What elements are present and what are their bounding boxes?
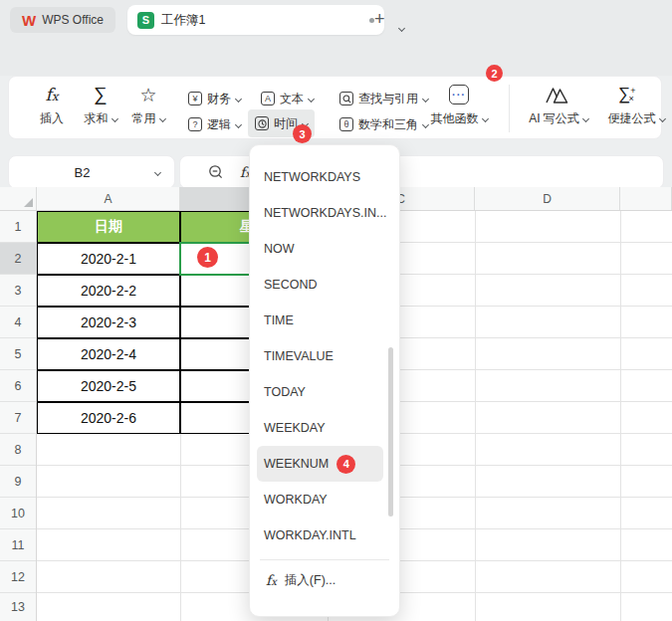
row-headers: 1 2 3 4 5 6 7 8 9 10 11 12 13: [0, 211, 37, 621]
finance-functions-button[interactable]: ¥ 财务: [188, 87, 241, 110]
lookup-reference-label: 查找与引用: [358, 91, 418, 107]
insert-function-label: 插入: [40, 110, 64, 127]
other-functions-label: 其他函数: [431, 110, 479, 127]
ai-formula-label: AI 写公式: [529, 110, 579, 127]
spreadsheet-file-icon: S: [137, 12, 154, 29]
common-functions-icon: ☆: [126, 84, 170, 105]
row-header-13[interactable]: 13: [0, 593, 36, 621]
app-name-label: WPS Office: [42, 13, 104, 27]
row-header-11[interactable]: 11: [0, 529, 36, 561]
logic-functions-button[interactable]: ? 逻辑: [188, 112, 241, 136]
wps-office-menu-button[interactable]: W WPS Office: [10, 7, 115, 33]
cell-a3[interactable]: 2020-2-2: [37, 275, 180, 307]
common-functions-label: 常用: [132, 110, 156, 127]
common-functions-button[interactable]: 常用: [122, 110, 174, 126]
name-box[interactable]: B2: [8, 155, 175, 189]
menu-item-networkdays-intl[interactable]: NETWORKDAYS.IN...: [250, 195, 399, 231]
row-header-6[interactable]: 6: [0, 370, 36, 402]
divider: [509, 85, 510, 132]
sum-icon: ∑: [79, 84, 122, 105]
menu-item-timevalue[interactable]: TIMEVALUE: [250, 338, 399, 374]
menu-item-today[interactable]: TODAY: [250, 374, 399, 410]
row-header-10[interactable]: 10: [0, 498, 36, 529]
cell-a1[interactable]: 日期: [37, 211, 180, 243]
column-header-d[interactable]: D: [475, 187, 620, 210]
theta-icon: θ: [339, 117, 353, 131]
cell-a2[interactable]: 2020-2-1: [37, 243, 180, 275]
ai-formula-button[interactable]: AI 写公式: [521, 110, 596, 126]
wps-spreadsheet-window: W WPS Office S 工作簿1 + 文件: [0, 0, 672, 621]
menu-item-time[interactable]: TIME: [250, 303, 399, 338]
menu-item-networkdays[interactable]: NETWORKDAYS: [250, 159, 399, 195]
insert-function-icon: fx: [33, 84, 71, 105]
cell-a6[interactable]: 2020-2-5: [37, 370, 180, 402]
finance-label: 财务: [207, 91, 231, 107]
name-box-chevron-icon[interactable]: [154, 168, 161, 175]
lookup-reference-button[interactable]: 查找与引用: [339, 87, 428, 110]
logic-icon: ?: [188, 117, 202, 131]
menu-item-second[interactable]: SECOND: [250, 267, 399, 303]
insert-function-button[interactable]: 插入: [33, 110, 71, 126]
step-badge-1: 1: [197, 247, 218, 268]
other-functions-icon: ···: [449, 85, 469, 104]
step-badge-2: 2: [486, 65, 503, 82]
quick-formula-button[interactable]: 便捷公式: [598, 110, 672, 126]
fx-icon: fx: [266, 572, 277, 588]
menu-item-weekday[interactable]: WEEKDAY: [250, 410, 399, 446]
finance-icon: ¥: [188, 92, 202, 105]
row-header-9[interactable]: 9: [0, 466, 36, 498]
menu-item-weeknum[interactable]: WEEKNUM 4: [257, 446, 383, 482]
weeknum-label: WEEKNUM: [264, 457, 329, 471]
text-functions-button[interactable]: A 文本: [261, 87, 314, 110]
document-title: 工作簿1: [161, 12, 362, 29]
quick-formula-icon: ∑+×: [618, 85, 634, 104]
math-trig-label: 数学和三角: [358, 116, 418, 133]
column-header-e[interactable]: [620, 187, 672, 210]
select-all-corner[interactable]: [0, 187, 37, 210]
row-header-7[interactable]: 7: [0, 402, 36, 434]
time-functions-dropdown: NETWORKDAYS NETWORKDAYS.IN... NOW SECOND…: [249, 144, 400, 617]
menu-bar: 文件: [0, 40, 672, 76]
wps-logo-icon: W: [22, 13, 36, 28]
row-header-4[interactable]: 4: [0, 307, 36, 338]
zoom-out-icon[interactable]: [208, 164, 224, 180]
row-header-8[interactable]: 8: [0, 434, 36, 466]
sum-button[interactable]: 求和: [75, 110, 126, 126]
text-label: 文本: [280, 91, 304, 107]
row-header-3[interactable]: 3: [0, 275, 36, 307]
cell-a4[interactable]: 2020-2-3: [37, 307, 180, 338]
tab-list-chevron-icon[interactable]: [399, 17, 404, 35]
other-functions-button[interactable]: 其他函数: [421, 110, 497, 126]
ribbon-toolbar: fx 插入 ∑ 求和 ☆ 常用 ¥ 财务 ? 逻辑 A 文本: [8, 76, 662, 139]
logic-label: 逻辑: [207, 116, 231, 133]
row-header-5[interactable]: 5: [0, 338, 36, 370]
row-header-12[interactable]: 12: [0, 561, 36, 593]
menu-item-workday-intl[interactable]: WORKDAY.INTL: [250, 518, 399, 553]
insert-function-menu-label: 插入(F)...: [285, 572, 336, 589]
menu-item-insert-function[interactable]: fx 插入(F)...: [250, 560, 399, 600]
cell-a7[interactable]: 2020-2-6: [37, 402, 180, 434]
row-header-2[interactable]: 2: [0, 243, 36, 275]
step-badge-4: 4: [336, 455, 355, 474]
math-trig-button[interactable]: θ 数学和三角: [339, 112, 428, 136]
column-header-a[interactable]: A: [37, 187, 180, 210]
step-badge-3: 3: [293, 124, 312, 143]
gridline: [475, 211, 476, 621]
sum-label: 求和: [85, 110, 109, 127]
row-header-1[interactable]: 1: [0, 211, 36, 243]
document-tab[interactable]: S 工作簿1: [127, 5, 384, 35]
ai-formula-icon: [545, 86, 570, 105]
quick-formula-label: 便捷公式: [608, 110, 656, 127]
cell-a5[interactable]: 2020-2-4: [37, 338, 180, 370]
menu-item-workday[interactable]: WORKDAY: [250, 482, 399, 518]
new-tab-button[interactable]: +: [374, 9, 385, 29]
gridline: [620, 211, 621, 621]
menu-item-now[interactable]: NOW: [250, 231, 399, 267]
cell-reference: B2: [9, 165, 155, 180]
clock-icon: [255, 116, 269, 130]
magnifier-icon: [339, 92, 353, 105]
title-bar: W WPS Office S 工作簿1 +: [0, 0, 672, 40]
text-icon: A: [261, 92, 275, 105]
dropdown-scrollbar[interactable]: [388, 347, 393, 517]
